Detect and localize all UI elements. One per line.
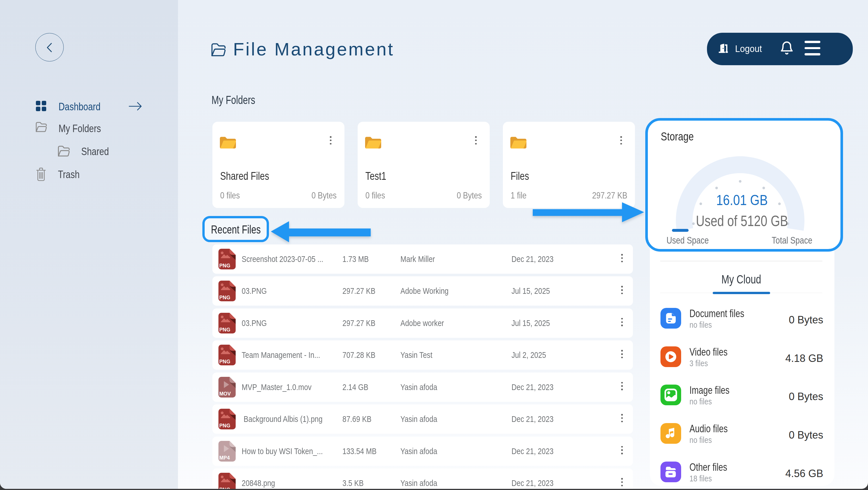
- svg-text:MP4: MP4: [219, 455, 230, 461]
- svg-text:PNG: PNG: [219, 487, 230, 489]
- svg-text:PNG: PNG: [219, 263, 230, 268]
- svg-text:MOV: MOV: [219, 391, 231, 397]
- svg-text:PNG: PNG: [219, 327, 230, 333]
- svg-text:PNG: PNG: [219, 295, 230, 300]
- svg-text:PNG: PNG: [219, 423, 230, 429]
- svg-text:PNG: PNG: [219, 359, 230, 365]
